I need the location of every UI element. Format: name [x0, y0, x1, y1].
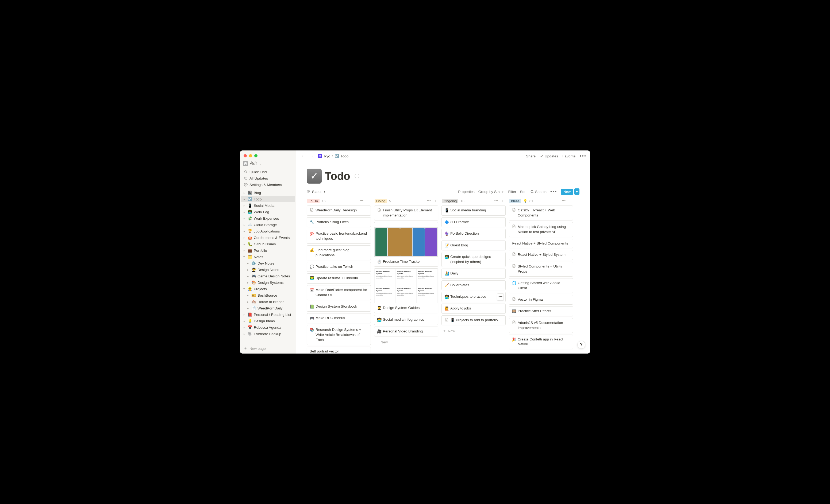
card[interactable]: 🙋Apply to jobs — [442, 304, 506, 314]
sidebar-item-game-design-notes[interactable]: ▸🎮Game Design Notes — [241, 273, 295, 279]
filter-button[interactable]: Filter — [508, 190, 516, 194]
column-add-button[interactable]: ＋ — [500, 199, 505, 203]
view-more-button[interactable]: ••• — [550, 189, 557, 194]
share-button[interactable]: Share — [526, 154, 536, 158]
close-window-icon[interactable] — [244, 154, 247, 158]
settings-button[interactable]: Settings & Members — [241, 181, 295, 188]
card[interactable]: 🎞️Practice After Effects — [509, 306, 573, 316]
card[interactable]: 📝Guest Blog — [442, 240, 506, 251]
card[interactable]: 📅Make DatePicker component for Chakra UI — [307, 285, 371, 300]
card[interactable]: 🔮Portfolio Direction — [442, 229, 506, 239]
card[interactable]: Vector in Figma — [509, 295, 573, 305]
sidebar-item-design-ideas[interactable]: ▸💡Design Ideas — [241, 318, 295, 324]
sidebar-item-projects[interactable]: ▸👷Projects — [241, 286, 295, 292]
disclosure-caret-icon[interactable]: ▸ — [246, 268, 250, 271]
card[interactable]: 👨‍💻Create quick app designs (inspired by… — [442, 252, 506, 267]
card[interactable]: 💰Find more guest blog publications — [307, 245, 371, 260]
card[interactable]: Make quick Gatsby blog using Notion to t… — [509, 222, 573, 237]
sidebar-item-github-issues[interactable]: ▸🐛Github Issues — [241, 241, 295, 247]
maximize-window-icon[interactable] — [254, 154, 257, 158]
card[interactable]: 🔧Portfolio / Blog Fixes — [307, 217, 371, 227]
page-more-button[interactable]: ••• — [580, 154, 586, 159]
disclosure-caret-icon[interactable]: ▸ — [243, 255, 246, 259]
kanban-board[interactable]: To Do16•••＋WeedPornDaily Redesign🔧Portfo… — [296, 198, 590, 354]
column-status-tag[interactable]: Ongoing — [442, 199, 458, 203]
sidebar-item-work-expenses[interactable]: ▸💸Work Expenses — [241, 215, 295, 222]
disclosure-caret-icon[interactable]: ▸ — [243, 224, 246, 226]
minimize-window-icon[interactable] — [249, 154, 252, 158]
sidebar-item-cloud-storage[interactable]: ▸☁️Cloud Storage — [241, 222, 295, 228]
column-add-button[interactable]: ＋ — [365, 199, 370, 203]
page-icon[interactable]: ✓ — [307, 169, 322, 183]
disclosure-caret-icon[interactable]: ▸ — [246, 300, 250, 303]
disclosure-caret-icon[interactable]: ▸ — [246, 294, 250, 297]
disclosure-caret-icon[interactable]: ▸ — [243, 191, 246, 194]
disclosure-caret-icon[interactable]: ▸ — [243, 236, 246, 239]
disclosure-caret-icon[interactable]: ▸ — [243, 326, 246, 329]
disclosure-caret-icon[interactable]: ▸ — [243, 204, 246, 207]
card[interactable]: 💬Practice talks on Twitch — [307, 262, 371, 272]
disclosure-caret-icon[interactable]: ▸ — [243, 287, 246, 291]
disclosure-caret-icon[interactable]: ▸ — [243, 198, 246, 201]
sidebar-item-notes[interactable]: ▸🗂️Notes — [241, 254, 295, 260]
page-title[interactable]: Todo — [325, 170, 350, 182]
card[interactable]: 🌐Getting Started with Apollo Client — [509, 278, 573, 293]
column-more-button[interactable]: ••• — [359, 199, 364, 203]
breadcrumb-page[interactable]: Todo — [341, 154, 348, 158]
disclosure-caret-icon[interactable]: ▸ — [243, 217, 246, 220]
card[interactable]: 📗Design System Storybook — [307, 302, 371, 312]
card[interactable]: 🏄Daily — [442, 269, 506, 279]
sidebar-item-design-systems[interactable]: ▸🎨Design Systems — [241, 279, 295, 286]
card[interactable]: 👨‍💻Update resume + LinkedIn — [307, 273, 371, 283]
card[interactable]: 💯Practice basic frontend/backend techniq… — [307, 229, 371, 244]
disclosure-caret-icon[interactable]: ▸ — [243, 249, 246, 252]
sidebar-item-design-notes[interactable]: ▸👨‍🎓Design Notes — [241, 266, 295, 273]
card[interactable]: Self portrait vector — [307, 346, 371, 354]
disclosure-caret-icon[interactable]: ▸ — [243, 230, 246, 233]
nav-forward-button[interactable]: → — [309, 153, 315, 159]
card[interactable]: 🎉Create Confetti app in React Native — [509, 335, 573, 349]
favorite-button[interactable]: Favorite — [562, 154, 575, 158]
sidebar-item-job-applications[interactable]: ▸🏆Job Applications — [241, 228, 295, 234]
column-status-tag[interactable]: Doing — [375, 199, 387, 203]
sidebar-item-social-media[interactable]: ▸📱Social Media — [241, 202, 295, 209]
disclosure-caret-icon[interactable]: ▸ — [243, 320, 246, 323]
sidebar-item-blog[interactable]: ▸📓Blog — [241, 190, 295, 196]
column-add-button[interactable]: ＋ — [433, 199, 438, 203]
sidebar-item-rebecca-agenda[interactable]: ▸📅Rebecca Agenda — [241, 324, 295, 331]
card[interactable]: Styled Components + Utility Props — [509, 262, 573, 277]
sidebar-item-evernote-backup[interactable]: ▸🐘Evernote Backup — [241, 331, 295, 337]
add-card-button[interactable]: ＋New — [442, 327, 506, 335]
disclosure-caret-icon[interactable]: ▸ — [243, 313, 246, 316]
new-button-dropdown[interactable]: ▾ — [574, 189, 579, 195]
disclosure-caret-icon[interactable]: ▸ — [246, 307, 250, 310]
card[interactable]: 📱Social media branding — [442, 205, 506, 216]
breadcrumb-workspace[interactable]: Ryo — [324, 154, 330, 158]
sidebar-item-house-of-brands[interactable]: ▸🏘️House of Brands — [241, 299, 295, 305]
card[interactable]: Building a Design SystemLorem ipsum dolo… — [374, 268, 438, 313]
card[interactable]: React Native + Styled Components — [509, 239, 573, 248]
view-picker[interactable]: Status ▾ — [307, 190, 325, 194]
disclosure-caret-icon[interactable]: ▸ — [243, 210, 246, 213]
card[interactable]: 🔷3D Practice — [442, 217, 506, 227]
workspace-switcher[interactable]: 亮 亮介 ⌄ — [240, 160, 296, 169]
card[interactable]: Gatsby + Preact + Web Components — [509, 205, 573, 221]
column-more-button[interactable]: ••• — [561, 199, 566, 203]
sidebar-item-portfolio[interactable]: ▸💼Portfolio — [241, 247, 295, 254]
sort-button[interactable]: Sort — [520, 190, 527, 194]
disclosure-caret-icon[interactable]: ▸ — [246, 281, 250, 284]
card[interactable]: 📚Research Design Systems + Write Article… — [307, 325, 371, 345]
search-button[interactable]: Search — [530, 190, 547, 194]
all-updates-button[interactable]: All Updates — [241, 175, 295, 181]
card[interactable]: Finish Utility Props Lit Element impleme… — [374, 205, 438, 221]
groupby-button[interactable]: Group by Status — [478, 190, 505, 194]
column-status-tag[interactable]: To Do — [307, 199, 320, 203]
sidebar-item-work-log[interactable]: ▸👨‍💻Work Log — [241, 209, 295, 215]
sidebar-item-weedporndaily[interactable]: ▸📄WeedPornDaily — [241, 305, 295, 311]
column-status-tag[interactable]: Ideas — [509, 199, 521, 203]
card[interactable]: AdonisJS v5 Documentation Improvements — [509, 318, 573, 333]
card[interactable]: 🎥Personal Video Branding — [374, 327, 438, 337]
card[interactable]: 👨‍💻Techniques to practice••• — [442, 292, 506, 302]
help-button[interactable]: ? — [577, 341, 585, 349]
card[interactable]: WeedPornDaily Redesign — [307, 205, 371, 216]
